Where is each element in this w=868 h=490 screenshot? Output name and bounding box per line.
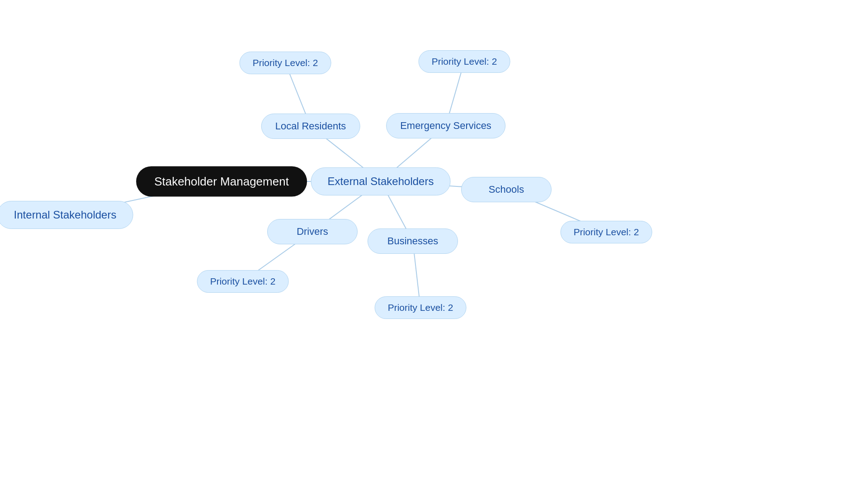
node-emergency[interactable]: Emergency Services — [386, 113, 505, 138]
node-schools_priority[interactable]: Priority Level: 2 — [561, 221, 652, 243]
node-root[interactable]: Stakeholder Management — [136, 167, 307, 197]
node-drivers_priority[interactable]: Priority Level: 2 — [197, 270, 289, 293]
node-businesses_priority[interactable]: Priority Level: 2 — [375, 296, 467, 319]
node-internal[interactable]: Internal Stakeholders — [0, 201, 133, 229]
mind-map-container: Stakeholder ManagementInternal Stakehold… — [0, 0, 868, 490]
node-schools[interactable]: Schools — [461, 177, 552, 202]
node-local_residents[interactable]: Local Residents — [261, 114, 360, 139]
node-local_priority[interactable]: Priority Level: 2 — [240, 52, 331, 74]
node-emergency_priority[interactable]: Priority Level: 2 — [419, 50, 510, 73]
node-drivers[interactable]: Drivers — [267, 219, 358, 244]
node-businesses[interactable]: Businesses — [368, 228, 458, 254]
node-external[interactable]: External Stakeholders — [311, 167, 451, 195]
